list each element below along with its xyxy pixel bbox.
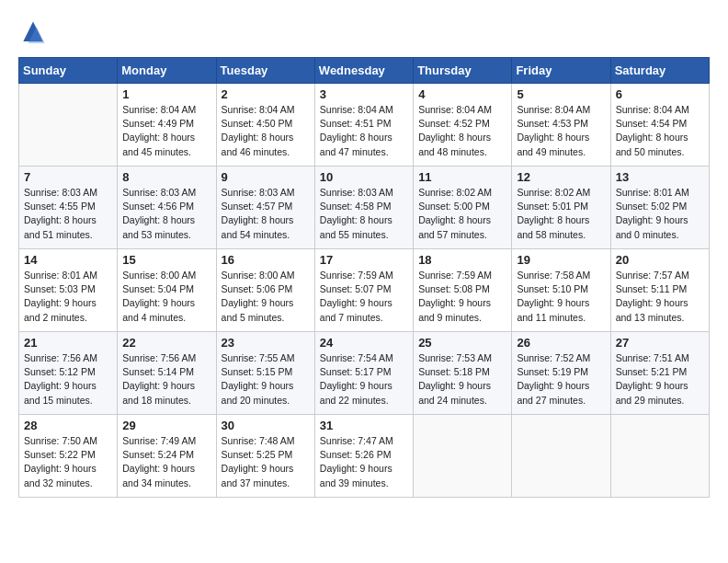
day-info: Sunrise: 8:00 AMSunset: 5:06 PMDaylight:…: [222, 269, 310, 325]
calendar-cell: 28 Sunrise: 7:50 AMSunset: 5:22 PMDaylig…: [19, 415, 118, 498]
day-number: 3: [320, 87, 408, 101]
day-number: 27: [616, 336, 704, 350]
calendar-cell: 4 Sunrise: 8:04 AMSunset: 4:52 PMDayligh…: [414, 84, 512, 167]
day-number: 30: [222, 419, 310, 432]
day-number: 26: [517, 336, 605, 350]
day-info: Sunrise: 8:02 AMSunset: 5:00 PMDaylight:…: [418, 186, 506, 242]
calendar-cell: 8 Sunrise: 8:03 AMSunset: 4:56 PMDayligh…: [118, 167, 216, 249]
calendar-cell: 24 Sunrise: 7:54 AMSunset: 5:17 PMDaylig…: [314, 332, 413, 415]
page-header: [18, 18, 710, 48]
calendar-cell: 20 Sunrise: 7:57 AMSunset: 5:11 PMDaylig…: [610, 249, 709, 332]
day-info: Sunrise: 8:04 AMSunset: 4:53 PMDaylight:…: [517, 103, 605, 159]
calendar-cell: 9 Sunrise: 8:03 AMSunset: 4:57 PMDayligh…: [216, 167, 314, 249]
calendar-cell: 3 Sunrise: 8:04 AMSunset: 4:51 PMDayligh…: [314, 84, 413, 167]
day-number: 25: [418, 336, 506, 350]
calendar-cell: [19, 84, 118, 167]
calendar-cell: 12 Sunrise: 8:02 AMSunset: 5:01 PMDaylig…: [512, 167, 610, 249]
day-number: 11: [418, 170, 506, 184]
calendar-week-row: 28 Sunrise: 7:50 AMSunset: 5:22 PMDaylig…: [19, 415, 710, 498]
day-number: 13: [616, 170, 704, 184]
calendar-cell: 29 Sunrise: 7:49 AMSunset: 5:24 PMDaylig…: [118, 415, 216, 498]
day-info: Sunrise: 8:04 AMSunset: 4:51 PMDaylight:…: [320, 103, 408, 159]
day-number: 12: [517, 170, 605, 184]
day-number: 19: [517, 253, 605, 267]
calendar-cell: 5 Sunrise: 8:04 AMSunset: 4:53 PMDayligh…: [512, 84, 610, 167]
day-info: Sunrise: 7:51 AMSunset: 5:21 PMDaylight:…: [616, 351, 704, 408]
day-info: Sunrise: 8:00 AMSunset: 5:04 PMDaylight:…: [122, 269, 210, 325]
calendar-cell: 1 Sunrise: 8:04 AMSunset: 4:49 PMDayligh…: [118, 84, 216, 167]
weekday-header-thursday: Thursday: [414, 58, 512, 84]
calendar-cell: 31 Sunrise: 7:47 AMSunset: 5:26 PMDaylig…: [314, 415, 413, 498]
calendar-cell: 25 Sunrise: 7:53 AMSunset: 5:18 PMDaylig…: [414, 332, 512, 415]
calendar-cell: 16 Sunrise: 8:00 AMSunset: 5:06 PMDaylig…: [216, 249, 314, 332]
day-info: Sunrise: 8:04 AMSunset: 4:52 PMDaylight:…: [418, 103, 506, 159]
calendar-cell: 14 Sunrise: 8:01 AMSunset: 5:03 PMDaylig…: [19, 249, 118, 332]
day-info: Sunrise: 7:57 AMSunset: 5:11 PMDaylight:…: [616, 269, 704, 325]
calendar-cell: 27 Sunrise: 7:51 AMSunset: 5:21 PMDaylig…: [610, 332, 709, 415]
calendar-week-row: 7 Sunrise: 8:03 AMSunset: 4:55 PMDayligh…: [19, 167, 710, 249]
day-info: Sunrise: 8:03 AMSunset: 4:55 PMDaylight:…: [24, 186, 112, 242]
day-number: 4: [418, 87, 506, 101]
day-number: 18: [418, 253, 506, 267]
day-info: Sunrise: 8:04 AMSunset: 4:54 PMDaylight:…: [616, 103, 704, 159]
calendar-cell: 13 Sunrise: 8:01 AMSunset: 5:02 PMDaylig…: [610, 167, 709, 249]
day-info: Sunrise: 7:59 AMSunset: 5:08 PMDaylight:…: [418, 269, 506, 325]
day-number: 28: [24, 419, 112, 432]
calendar-cell: [610, 415, 709, 498]
day-number: 22: [122, 336, 210, 350]
day-number: 24: [320, 336, 408, 350]
calendar-week-row: 1 Sunrise: 8:04 AMSunset: 4:49 PMDayligh…: [19, 84, 710, 167]
day-number: 2: [222, 87, 310, 101]
calendar-cell: 26 Sunrise: 7:52 AMSunset: 5:19 PMDaylig…: [512, 332, 610, 415]
calendar-cell: 15 Sunrise: 8:00 AMSunset: 5:04 PMDaylig…: [118, 249, 216, 332]
day-info: Sunrise: 8:03 AMSunset: 4:58 PMDaylight:…: [320, 186, 408, 242]
day-info: Sunrise: 8:04 AMSunset: 4:49 PMDaylight:…: [122, 103, 210, 159]
day-number: 6: [616, 87, 704, 101]
day-number: 17: [320, 253, 408, 267]
day-info: Sunrise: 7:50 AMSunset: 5:22 PMDaylight:…: [24, 434, 112, 490]
day-number: 9: [222, 170, 310, 184]
day-info: Sunrise: 7:58 AMSunset: 5:10 PMDaylight:…: [517, 269, 605, 325]
day-info: Sunrise: 8:01 AMSunset: 5:03 PMDaylight:…: [24, 269, 112, 325]
calendar-cell: [414, 415, 512, 498]
day-number: 21: [24, 336, 112, 350]
calendar-cell: 23 Sunrise: 7:55 AMSunset: 5:15 PMDaylig…: [216, 332, 314, 415]
day-number: 23: [222, 336, 310, 350]
day-info: Sunrise: 7:53 AMSunset: 5:18 PMDaylight:…: [418, 351, 506, 408]
weekday-header-friday: Friday: [512, 58, 610, 84]
day-number: 20: [616, 253, 704, 267]
day-number: 10: [320, 170, 408, 184]
day-number: 31: [320, 419, 408, 432]
day-info: Sunrise: 7:47 AMSunset: 5:26 PMDaylight:…: [320, 434, 408, 490]
calendar-cell: 6 Sunrise: 8:04 AMSunset: 4:54 PMDayligh…: [610, 84, 709, 167]
calendar-table: SundayMondayTuesdayWednesdayThursdayFrid…: [18, 57, 710, 498]
logo-icon: [18, 18, 48, 48]
calendar-cell: [512, 415, 610, 498]
day-info: Sunrise: 7:49 AMSunset: 5:24 PMDaylight:…: [122, 434, 210, 490]
calendar-week-row: 21 Sunrise: 7:56 AMSunset: 5:12 PMDaylig…: [19, 332, 710, 415]
day-info: Sunrise: 8:04 AMSunset: 4:50 PMDaylight:…: [222, 103, 310, 159]
day-info: Sunrise: 7:59 AMSunset: 5:07 PMDaylight:…: [320, 269, 408, 325]
calendar-cell: 19 Sunrise: 7:58 AMSunset: 5:10 PMDaylig…: [512, 249, 610, 332]
day-number: 1: [122, 87, 210, 101]
weekday-header-wednesday: Wednesday: [314, 58, 413, 84]
weekday-header-monday: Monday: [118, 58, 216, 84]
calendar-cell: 2 Sunrise: 8:04 AMSunset: 4:50 PMDayligh…: [216, 84, 314, 167]
weekday-header-tuesday: Tuesday: [216, 58, 314, 84]
day-info: Sunrise: 7:55 AMSunset: 5:15 PMDaylight:…: [222, 351, 310, 408]
calendar-cell: 21 Sunrise: 7:56 AMSunset: 5:12 PMDaylig…: [19, 332, 118, 415]
day-number: 7: [24, 170, 112, 184]
day-number: 15: [122, 253, 210, 267]
day-number: 16: [222, 253, 310, 267]
day-info: Sunrise: 8:02 AMSunset: 5:01 PMDaylight:…: [517, 186, 605, 242]
calendar-cell: 17 Sunrise: 7:59 AMSunset: 5:07 PMDaylig…: [314, 249, 413, 332]
day-info: Sunrise: 8:01 AMSunset: 5:02 PMDaylight:…: [616, 186, 704, 242]
day-info: Sunrise: 7:52 AMSunset: 5:19 PMDaylight:…: [517, 351, 605, 408]
calendar-cell: 30 Sunrise: 7:48 AMSunset: 5:25 PMDaylig…: [216, 415, 314, 498]
day-info: Sunrise: 7:56 AMSunset: 5:12 PMDaylight:…: [24, 351, 112, 408]
calendar-cell: 11 Sunrise: 8:02 AMSunset: 5:00 PMDaylig…: [414, 167, 512, 249]
day-number: 8: [122, 170, 210, 184]
calendar-week-row: 14 Sunrise: 8:01 AMSunset: 5:03 PMDaylig…: [19, 249, 710, 332]
calendar-cell: 7 Sunrise: 8:03 AMSunset: 4:55 PMDayligh…: [19, 167, 118, 249]
day-number: 5: [517, 87, 605, 101]
